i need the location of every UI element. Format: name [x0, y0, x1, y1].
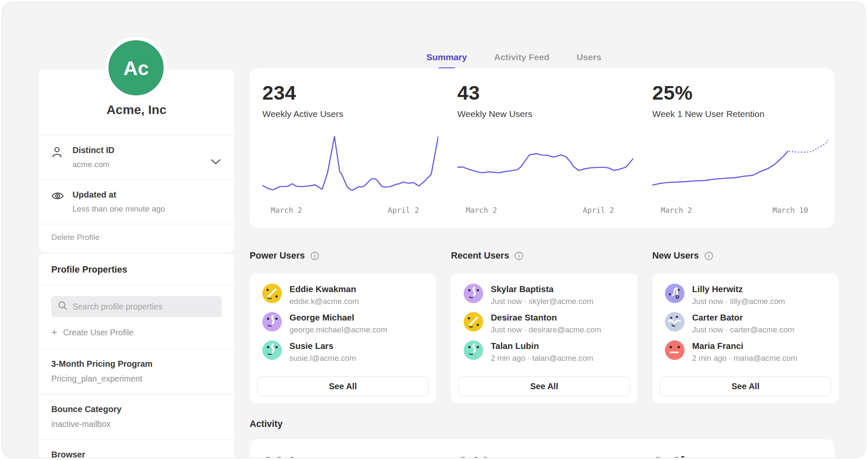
- user-name: Lilly Herwitz: [692, 284, 785, 294]
- stat-label: Weekly New Users: [457, 109, 634, 119]
- eye-icon: [51, 190, 64, 214]
- user-row[interactable]: Lilly Herwitz Just now · lilly@acme.com: [665, 284, 826, 306]
- user-avatar: [262, 284, 282, 303]
- tab-users[interactable]: Users: [576, 52, 601, 70]
- user-row[interactable]: Skylar Baptista Just now · skyler@acme.c…: [464, 284, 625, 306]
- profile-properties-card: Profile Properties + Create User Profile…: [39, 254, 234, 458]
- company-avatar: Ac: [105, 37, 167, 99]
- user-row[interactable]: George Michael george.michael@acme.com: [262, 312, 423, 335]
- user-name: Desirae Stanton: [491, 312, 601, 323]
- recent-users-title: Recent Users: [451, 251, 509, 261]
- new-users-title: New Users: [652, 251, 699, 261]
- user-meta: george.michael@acme.com: [289, 325, 387, 335]
- activity-stat: 240: [457, 452, 490, 458]
- app-window: Ac Acme, Inc Distinct ID acme.com: [2, 2, 866, 458]
- search-icon: [58, 301, 67, 312]
- weekly-active-users-chart: [262, 130, 438, 201]
- user-name: Talan Lubin: [491, 340, 593, 351]
- chart-x-axis: March 2 April 2: [262, 206, 439, 216]
- field-value: acme.com: [72, 160, 114, 169]
- power-users-title: Power Users: [250, 251, 305, 261]
- user-avatar: [262, 312, 282, 332]
- activity-stat: 234: [262, 452, 295, 458]
- chevron-down-icon[interactable]: [211, 159, 221, 167]
- activity-title: Activity: [250, 419, 283, 429]
- user-meta: Just now · lilly@acme.com: [692, 297, 785, 306]
- property-value: Pricing_plan_experiment: [51, 374, 222, 384]
- x-tick: March 2: [466, 206, 497, 215]
- user-name: Maria Franci: [692, 340, 797, 351]
- user-avatar: [464, 284, 483, 303]
- x-tick: April 2: [388, 206, 419, 215]
- tab-summary[interactable]: Summary: [426, 52, 467, 70]
- activity-stat: 3.4k: [652, 452, 691, 458]
- property-row: Bounce Category inactive-mailbox: [39, 394, 234, 439]
- stat-label: Week 1 New User Retention: [652, 109, 829, 119]
- user-row[interactable]: Desirae Stanton Just now · desirare@acme…: [464, 312, 625, 335]
- stat-value: 234: [262, 81, 439, 104]
- user-meta: Just now · desirare@acme.com: [491, 325, 601, 335]
- user-row[interactable]: Susie Lars susie.l@acme.com: [262, 340, 423, 363]
- x-tick: April 2: [583, 206, 614, 215]
- profile-properties-search[interactable]: [51, 296, 222, 317]
- weekly-new-users-chart: [457, 130, 633, 201]
- new-users-card: Lilly Herwitz Just now · lilly@acme.com …: [652, 273, 839, 404]
- company-avatar-initials: Ac: [123, 56, 149, 80]
- info-icon[interactable]: [515, 251, 523, 260]
- see-all-button[interactable]: See All: [660, 376, 831, 396]
- tab-activity-feed[interactable]: Activity Feed: [494, 52, 550, 70]
- activity-card: 234 240 3.4k: [250, 439, 835, 458]
- user-avatar: [262, 340, 282, 360]
- see-all-button[interactable]: See All: [459, 376, 630, 396]
- property-name: Bounce Category: [51, 404, 222, 414]
- recent-users-card: Skylar Baptista Just now · skyler@acme.c…: [451, 273, 637, 404]
- new-users-section: New Users Lilly Herwitz Just now · lilly…: [652, 251, 839, 404]
- chart-x-axis: March 2 March 10: [652, 206, 829, 216]
- user-avatar: [464, 340, 483, 360]
- x-tick: March 2: [271, 206, 302, 215]
- user-meta: susie.l@acme.com: [289, 354, 356, 363]
- user-row[interactable]: Maria Franci 2 min ago · maria@acme.com: [665, 340, 826, 363]
- user-avatar: [665, 284, 684, 303]
- stat-value: 25%: [652, 81, 829, 104]
- user-meta: Just now · carter@acme.com: [692, 325, 794, 335]
- property-name: Browser: [51, 450, 222, 458]
- see-all-button[interactable]: See All: [257, 376, 428, 396]
- x-tick: March 10: [773, 206, 808, 215]
- user-meta: eddie.k@acme.com: [289, 297, 359, 306]
- user-avatar: [665, 340, 684, 360]
- field-updated-at: Updated at Less than one minute ago: [39, 180, 234, 224]
- search-input[interactable]: [72, 302, 215, 312]
- x-tick: March 2: [661, 206, 692, 215]
- power-users-section: Power Users Eddie Kwakman eddie.k@acme.c…: [250, 251, 436, 404]
- user-row[interactable]: Eddie Kwakman eddie.k@acme.com: [262, 284, 423, 306]
- user-name: Eddie Kwakman: [289, 284, 359, 294]
- profile-properties-title: Profile Properties: [39, 254, 234, 284]
- user-row[interactable]: Talan Lubin 2 min ago · talan@acme.com: [464, 340, 625, 363]
- user-avatar: [464, 312, 483, 332]
- user-name: Susie Lars: [289, 340, 356, 351]
- user-meta: 2 min ago · maria@acme.com: [692, 354, 797, 363]
- stat-label: Weekly Active Users: [262, 109, 439, 119]
- delete-profile-button[interactable]: Delete Profile: [39, 224, 234, 252]
- property-row: Browser Chrome: [39, 440, 234, 458]
- field-distinct-id[interactable]: Distinct ID acme.com: [39, 135, 234, 179]
- property-value: inactive-mailbox: [51, 419, 222, 429]
- stat-weekly-active-users: 234 Weekly Active Users March 2 April 2: [262, 68, 439, 228]
- summary-stats-card: 234 Weekly Active Users March 2 April 2 …: [250, 68, 835, 228]
- property-name: 3-Month Pricing Program: [51, 359, 222, 369]
- user-name: George Michael: [289, 312, 387, 323]
- field-value: Less than one minute ago: [72, 204, 165, 214]
- person-icon: [51, 145, 64, 169]
- plus-icon: +: [51, 327, 57, 337]
- info-icon[interactable]: [310, 251, 319, 260]
- stat-value: 43: [457, 81, 634, 104]
- user-name: Skylar Baptista: [491, 284, 593, 294]
- user-meta: 2 min ago · talan@acme.com: [491, 354, 593, 363]
- user-row[interactable]: Carter Bator Just now · carter@acme.com: [665, 312, 826, 335]
- property-row: 3-Month Pricing Program Pricing_plan_exp…: [39, 349, 234, 394]
- info-icon[interactable]: [704, 251, 713, 260]
- divider: [39, 284, 234, 285]
- create-user-profile-button[interactable]: + Create User Profile: [51, 327, 134, 337]
- field-label: Distinct ID: [72, 145, 114, 155]
